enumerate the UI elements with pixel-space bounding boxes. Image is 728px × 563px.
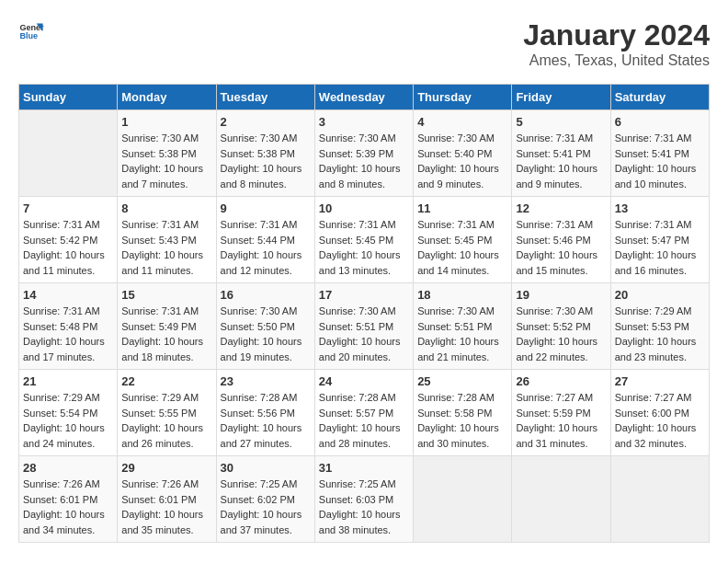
day-info: Sunrise: 7:31 AM Sunset: 5:43 PM Dayligh… xyxy=(121,217,211,278)
day-info: Sunrise: 7:30 AM Sunset: 5:50 PM Dayligh… xyxy=(221,304,311,364)
day-info: Sunrise: 7:28 AM Sunset: 5:57 PM Dayligh… xyxy=(319,390,409,451)
day-number: 4 xyxy=(417,115,507,129)
day-number: 15 xyxy=(121,288,211,302)
day-info: Sunrise: 7:25 AM Sunset: 6:03 PM Dayligh… xyxy=(319,477,409,537)
page-header: General Blue January 2024 Ames, Texas, U… xyxy=(18,18,710,69)
calendar-week-row: 1Sunrise: 7:30 AM Sunset: 5:38 PM Daylig… xyxy=(19,110,710,197)
day-number: 19 xyxy=(516,288,606,302)
day-number: 1 xyxy=(121,115,211,129)
day-info: Sunrise: 7:25 AM Sunset: 6:02 PM Dayligh… xyxy=(221,477,311,537)
day-info: Sunrise: 7:31 AM Sunset: 5:46 PM Dayligh… xyxy=(516,217,606,278)
calendar-cell: 1Sunrise: 7:30 AM Sunset: 5:38 PM Daylig… xyxy=(118,110,216,197)
day-number: 24 xyxy=(319,374,409,388)
calendar-cell: 5Sunrise: 7:31 AM Sunset: 5:41 PM Daylig… xyxy=(512,110,610,197)
day-number: 13 xyxy=(615,201,705,215)
calendar-cell: 31Sunrise: 7:25 AM Sunset: 6:03 PM Dayli… xyxy=(314,456,413,543)
day-number: 30 xyxy=(221,461,311,475)
day-info: Sunrise: 7:31 AM Sunset: 5:48 PM Dayligh… xyxy=(23,304,113,364)
day-number: 3 xyxy=(319,115,409,129)
day-number: 12 xyxy=(516,201,606,215)
day-number: 14 xyxy=(23,288,113,302)
calendar-cell: 12Sunrise: 7:31 AM Sunset: 5:46 PM Dayli… xyxy=(512,197,610,283)
day-info: Sunrise: 7:31 AM Sunset: 5:45 PM Dayligh… xyxy=(417,217,507,278)
day-number: 22 xyxy=(121,374,211,388)
header-thursday: Thursday xyxy=(414,85,512,110)
calendar-cell: 3Sunrise: 7:30 AM Sunset: 5:39 PM Daylig… xyxy=(314,110,413,197)
calendar-table: SundayMondayTuesdayWednesdayThursdayFrid… xyxy=(18,84,710,543)
day-info: Sunrise: 7:27 AM Sunset: 5:59 PM Dayligh… xyxy=(516,390,606,451)
day-number: 8 xyxy=(121,201,211,215)
calendar-cell: 6Sunrise: 7:31 AM Sunset: 5:41 PM Daylig… xyxy=(610,110,709,197)
header-wednesday: Wednesday xyxy=(314,85,413,110)
svg-text:Blue: Blue xyxy=(19,31,38,40)
page-subtitle: Ames, Texas, United States xyxy=(523,52,710,69)
calendar-week-row: 7Sunrise: 7:31 AM Sunset: 5:42 PM Daylig… xyxy=(19,197,710,283)
day-info: Sunrise: 7:30 AM Sunset: 5:51 PM Dayligh… xyxy=(417,304,507,364)
day-info: Sunrise: 7:31 AM Sunset: 5:41 PM Dayligh… xyxy=(615,131,705,191)
day-info: Sunrise: 7:26 AM Sunset: 6:01 PM Dayligh… xyxy=(23,477,113,537)
day-info: Sunrise: 7:26 AM Sunset: 6:01 PM Dayligh… xyxy=(121,477,211,537)
header-saturday: Saturday xyxy=(610,85,709,110)
page-title: January 2024 xyxy=(523,18,710,52)
calendar-week-row: 14Sunrise: 7:31 AM Sunset: 5:48 PM Dayli… xyxy=(19,283,710,370)
day-number: 5 xyxy=(516,115,606,129)
header-sunday: Sunday xyxy=(19,85,118,110)
day-info: Sunrise: 7:31 AM Sunset: 5:42 PM Dayligh… xyxy=(23,217,113,278)
calendar-cell xyxy=(512,456,610,543)
day-info: Sunrise: 7:30 AM Sunset: 5:52 PM Dayligh… xyxy=(516,304,606,364)
calendar-cell: 29Sunrise: 7:26 AM Sunset: 6:01 PM Dayli… xyxy=(118,456,216,543)
logo-icon: General Blue xyxy=(18,18,44,44)
header-tuesday: Tuesday xyxy=(216,85,314,110)
calendar-cell: 28Sunrise: 7:26 AM Sunset: 6:01 PM Dayli… xyxy=(19,456,118,543)
calendar-cell: 13Sunrise: 7:31 AM Sunset: 5:47 PM Dayli… xyxy=(610,197,709,283)
day-number: 27 xyxy=(615,374,705,388)
day-number: 16 xyxy=(221,288,311,302)
calendar-cell: 2Sunrise: 7:30 AM Sunset: 5:38 PM Daylig… xyxy=(216,110,314,197)
logo: General Blue xyxy=(18,18,44,44)
calendar-header-row: SundayMondayTuesdayWednesdayThursdayFrid… xyxy=(19,85,710,110)
calendar-cell: 18Sunrise: 7:30 AM Sunset: 5:51 PM Dayli… xyxy=(414,283,512,370)
header-monday: Monday xyxy=(118,85,216,110)
calendar-cell: 16Sunrise: 7:30 AM Sunset: 5:50 PM Dayli… xyxy=(216,283,314,370)
calendar-cell xyxy=(19,110,118,197)
calendar-cell: 15Sunrise: 7:31 AM Sunset: 5:49 PM Dayli… xyxy=(118,283,216,370)
day-number: 20 xyxy=(615,288,705,302)
day-number: 31 xyxy=(319,461,409,475)
day-info: Sunrise: 7:31 AM Sunset: 5:44 PM Dayligh… xyxy=(221,217,311,278)
calendar-cell: 9Sunrise: 7:31 AM Sunset: 5:44 PM Daylig… xyxy=(216,197,314,283)
day-number: 29 xyxy=(121,461,211,475)
calendar-cell: 23Sunrise: 7:28 AM Sunset: 5:56 PM Dayli… xyxy=(216,370,314,456)
calendar-cell: 25Sunrise: 7:28 AM Sunset: 5:58 PM Dayli… xyxy=(414,370,512,456)
day-info: Sunrise: 7:30 AM Sunset: 5:38 PM Dayligh… xyxy=(221,131,311,191)
calendar-cell: 7Sunrise: 7:31 AM Sunset: 5:42 PM Daylig… xyxy=(19,197,118,283)
calendar-cell: 4Sunrise: 7:30 AM Sunset: 5:40 PM Daylig… xyxy=(414,110,512,197)
day-number: 26 xyxy=(516,374,606,388)
day-info: Sunrise: 7:31 AM Sunset: 5:49 PM Dayligh… xyxy=(121,304,211,364)
day-info: Sunrise: 7:28 AM Sunset: 5:56 PM Dayligh… xyxy=(221,390,311,451)
calendar-cell: 17Sunrise: 7:30 AM Sunset: 5:51 PM Dayli… xyxy=(314,283,413,370)
day-info: Sunrise: 7:29 AM Sunset: 5:54 PM Dayligh… xyxy=(23,390,113,451)
calendar-week-row: 21Sunrise: 7:29 AM Sunset: 5:54 PM Dayli… xyxy=(19,370,710,456)
day-number: 2 xyxy=(221,115,311,129)
day-number: 6 xyxy=(615,115,705,129)
day-number: 10 xyxy=(319,201,409,215)
calendar-cell: 10Sunrise: 7:31 AM Sunset: 5:45 PM Dayli… xyxy=(314,197,413,283)
day-info: Sunrise: 7:30 AM Sunset: 5:39 PM Dayligh… xyxy=(319,131,409,191)
header-friday: Friday xyxy=(512,85,610,110)
calendar-cell: 19Sunrise: 7:30 AM Sunset: 5:52 PM Dayli… xyxy=(512,283,610,370)
day-number: 9 xyxy=(221,201,311,215)
calendar-cell: 14Sunrise: 7:31 AM Sunset: 5:48 PM Dayli… xyxy=(19,283,118,370)
day-info: Sunrise: 7:30 AM Sunset: 5:38 PM Dayligh… xyxy=(121,131,211,191)
calendar-cell: 26Sunrise: 7:27 AM Sunset: 5:59 PM Dayli… xyxy=(512,370,610,456)
calendar-cell xyxy=(610,456,709,543)
day-info: Sunrise: 7:31 AM Sunset: 5:41 PM Dayligh… xyxy=(516,131,606,191)
day-info: Sunrise: 7:27 AM Sunset: 6:00 PM Dayligh… xyxy=(615,390,705,451)
day-number: 7 xyxy=(23,201,113,215)
calendar-cell: 27Sunrise: 7:27 AM Sunset: 6:00 PM Dayli… xyxy=(610,370,709,456)
calendar-cell: 30Sunrise: 7:25 AM Sunset: 6:02 PM Dayli… xyxy=(216,456,314,543)
day-info: Sunrise: 7:30 AM Sunset: 5:51 PM Dayligh… xyxy=(319,304,409,364)
day-number: 11 xyxy=(417,201,507,215)
day-number: 28 xyxy=(23,461,113,475)
calendar-cell xyxy=(414,456,512,543)
title-block: January 2024 Ames, Texas, United States xyxy=(523,18,710,69)
